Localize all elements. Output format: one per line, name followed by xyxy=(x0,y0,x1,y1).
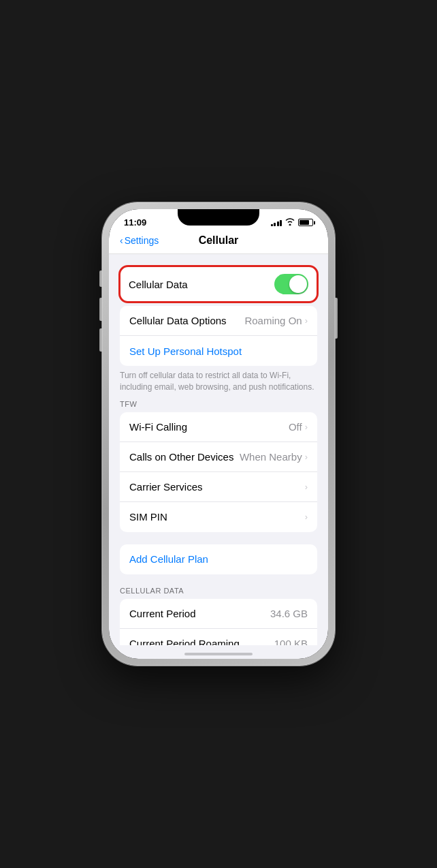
current-period-roaming-value: 100 KB xyxy=(274,638,308,645)
battery-icon xyxy=(298,219,313,226)
data-options-label: Cellular Data Options xyxy=(129,315,227,326)
calls-other-devices-row[interactable]: Calls on Other Devices When Nearby › xyxy=(120,442,317,472)
status-bar: 11:09 xyxy=(109,209,328,230)
back-button[interactable]: ‹ Settings xyxy=(120,235,159,246)
cellular-description: Turn off cellular data to restrict all d… xyxy=(109,366,328,400)
cellular-data-options-row[interactable]: Cellular Data Options Roaming On › xyxy=(120,306,317,336)
chevron-right-icon: › xyxy=(305,422,308,432)
cellular-data-highlighted-row[interactable]: Cellular Data xyxy=(118,265,319,303)
carrier-services-label: Carrier Services xyxy=(129,481,203,493)
navigation-bar: ‹ Settings Cellular xyxy=(109,230,328,254)
calls-other-devices-value: When Nearby xyxy=(240,451,302,463)
volume-down-button[interactable] xyxy=(99,328,102,352)
chevron-right-icon: › xyxy=(305,482,308,492)
hotspot-row[interactable]: Set Up Personal Hotspot xyxy=(120,336,317,366)
current-period-roaming-label: Current Period Roaming xyxy=(129,638,240,645)
mute-button[interactable] xyxy=(99,270,102,287)
chevron-right-icon: › xyxy=(305,315,308,326)
scroll-area[interactable]: Cellular Data Cellular Data Options Roam… xyxy=(109,254,328,645)
carrier-services-row[interactable]: Carrier Services › xyxy=(120,472,317,502)
tfw-section-label: TFW xyxy=(109,400,328,408)
current-period-row: Current Period 34.6 GB xyxy=(120,599,317,629)
sim-pin-row[interactable]: SIM PIN › xyxy=(120,502,317,532)
phone-screen: 11:09 xyxy=(109,209,328,659)
add-plan-row[interactable]: Add Cellular Plan xyxy=(120,544,317,574)
signal-icon xyxy=(271,219,282,226)
home-indicator xyxy=(109,645,328,659)
current-period-roaming-row: Current Period Roaming 100 KB xyxy=(120,629,317,645)
status-time: 11:09 xyxy=(124,217,146,228)
notch xyxy=(178,209,259,226)
page-title: Cellular xyxy=(199,234,239,247)
add-plan-card: Add Cellular Plan xyxy=(120,544,317,574)
cellular-data-section: CELLULAR DATA Current Period 34.6 GB Cur… xyxy=(109,587,328,645)
status-icons xyxy=(271,218,314,227)
sim-pin-label: SIM PIN xyxy=(129,511,167,523)
current-period-label: Current Period xyxy=(129,608,196,619)
chevron-right-icon: › xyxy=(305,452,308,462)
wifi-calling-row[interactable]: Wi-Fi Calling Off › xyxy=(120,412,317,442)
data-options-value: Roaming On xyxy=(244,315,302,326)
cellular-data-section-label: CELLULAR DATA xyxy=(109,587,328,595)
wifi-calling-label: Wi-Fi Calling xyxy=(129,421,187,433)
hotspot-label: Set Up Personal Hotspot xyxy=(129,345,242,357)
calls-other-devices-label: Calls on Other Devices xyxy=(129,451,233,463)
add-plan-label: Add Cellular Plan xyxy=(129,553,208,565)
cellular-data-card: Current Period 34.6 GB Current Period Ro… xyxy=(120,599,317,645)
tfw-section: TFW Wi-Fi Calling Off › Calls on Other D… xyxy=(109,400,328,532)
cellular-data-toggle[interactable] xyxy=(274,274,308,294)
tfw-card: Wi-Fi Calling Off › Calls on Other Devic… xyxy=(120,412,317,532)
current-period-value: 34.6 GB xyxy=(270,608,308,619)
power-button[interactable] xyxy=(335,298,338,339)
volume-up-button[interactable] xyxy=(99,298,102,321)
top-card: Cellular Data Options Roaming On › Set U… xyxy=(120,306,317,366)
chevron-right-icon: › xyxy=(305,512,308,522)
cellular-data-label: Cellular Data xyxy=(129,279,188,290)
wifi-icon xyxy=(285,218,295,227)
screen-content: 11:09 xyxy=(109,209,328,659)
wifi-calling-value: Off xyxy=(289,421,302,433)
phone-frame: 11:09 xyxy=(102,202,335,666)
